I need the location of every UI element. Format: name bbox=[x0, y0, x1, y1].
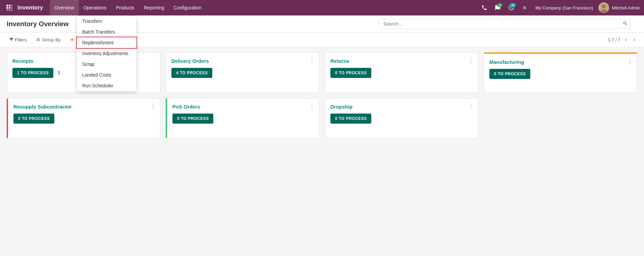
search-input[interactable] bbox=[379, 19, 631, 29]
dropdown-landed-costs[interactable]: Landed Costs bbox=[77, 70, 137, 80]
nav-overview[interactable]: Overview bbox=[50, 0, 79, 15]
clock-badge: 31 bbox=[510, 3, 516, 7]
dropdown-batch-transfers[interactable]: Batch Transfers bbox=[77, 27, 137, 37]
card-pos-orders: PoS Orders ⋮ 0 TO PROCESS bbox=[166, 98, 319, 138]
svg-rect-6 bbox=[6, 9, 8, 11]
card-returns-title: Returns bbox=[330, 58, 473, 64]
pagination-text: 1-7 / 7 bbox=[608, 37, 620, 42]
clock-icon[interactable]: 31 bbox=[506, 2, 517, 13]
svg-point-10 bbox=[602, 4, 606, 8]
top-navigation: Inventory Overview Operations Products R… bbox=[0, 0, 644, 15]
returns-process-button[interactable]: 0 TO PROCESS bbox=[330, 68, 371, 78]
card-dropship-title: Dropship bbox=[330, 104, 473, 110]
receipts-count: 1 bbox=[57, 70, 60, 75]
delivery-orders-process-button[interactable]: 4 TO PROCESS bbox=[171, 68, 212, 78]
dropdown-transfers[interactable]: Transfers bbox=[77, 16, 137, 27]
phone-icon[interactable] bbox=[479, 2, 490, 13]
pos-orders-process-button[interactable]: 0 TO PROCESS bbox=[172, 114, 213, 124]
manufacturing-menu-icon[interactable]: ⋮ bbox=[627, 58, 633, 65]
svg-rect-5 bbox=[11, 7, 12, 9]
manufacturing-process-button[interactable]: 0 TO PROCESS bbox=[489, 69, 530, 79]
delivery-orders-menu-icon[interactable]: ⋮ bbox=[309, 57, 315, 64]
dropship-process-button[interactable]: 0 TO PROCESS bbox=[330, 114, 371, 124]
dropdown-inventory-adjustments[interactable]: Inventory Adjustments bbox=[77, 48, 137, 59]
group-by-button[interactable]: Group By bbox=[34, 36, 62, 44]
nav-operations[interactable]: Operations bbox=[79, 0, 111, 15]
company-name: My Company (San Francisco) bbox=[535, 5, 593, 10]
card-resupply-subcontractor: Resupply Subcontractor ⋮ 0 TO PROCESS bbox=[7, 98, 160, 138]
svg-rect-0 bbox=[6, 5, 8, 6]
card-returns: Returns ⋮ 0 TO PROCESS bbox=[325, 52, 478, 93]
filters-label: Filters bbox=[15, 37, 26, 42]
dropdown-run-scheduler[interactable]: Run Scheduler bbox=[77, 80, 137, 91]
operations-dropdown: Transfers Batch Transfers Replenishment … bbox=[76, 15, 137, 91]
card-dropship: Dropship ⋮ 0 TO PROCESS bbox=[325, 98, 478, 138]
apps-grid-icon[interactable] bbox=[4, 2, 15, 13]
pos-orders-menu-icon[interactable]: ⋮ bbox=[309, 102, 315, 110]
main-nav-menu: Overview Operations Products Reporting C… bbox=[50, 0, 479, 15]
empty-cell bbox=[484, 98, 637, 138]
filters-button[interactable]: Filters bbox=[7, 36, 29, 44]
messages-badge: 4 bbox=[497, 3, 502, 7]
svg-rect-1 bbox=[9, 5, 10, 6]
nav-reporting[interactable]: Reporting bbox=[139, 0, 169, 15]
card-pos-title: PoS Orders bbox=[172, 104, 314, 110]
pagination: 1-7 / 7 ‹ › bbox=[608, 35, 637, 44]
search-icon[interactable] bbox=[623, 21, 628, 27]
prev-page-button[interactable]: ‹ bbox=[623, 35, 629, 44]
nav-configuration[interactable]: Configuration bbox=[169, 0, 206, 15]
search-area bbox=[379, 19, 631, 29]
card-manufacturing-title: Manufacturing bbox=[489, 59, 632, 65]
card-manufacturing: Manufacturing ⋮ 0 TO PROCESS bbox=[484, 52, 637, 93]
svg-rect-4 bbox=[9, 7, 10, 9]
dropdown-scrap[interactable]: Scrap bbox=[77, 59, 137, 70]
username[interactable]: Mitchell Admin bbox=[612, 5, 640, 10]
resupply-menu-icon[interactable]: ⋮ bbox=[150, 102, 156, 110]
group-by-label: Group By bbox=[42, 37, 60, 42]
card-delivery-title: Delivery Orders bbox=[171, 58, 314, 64]
receipts-process-button[interactable]: 1 TO PROCESS bbox=[12, 68, 53, 78]
search-input-wrapper bbox=[379, 19, 631, 29]
dropdown-replenishment[interactable]: Replenishment bbox=[77, 37, 137, 48]
dropship-menu-icon[interactable]: ⋮ bbox=[468, 102, 474, 110]
svg-rect-7 bbox=[9, 9, 10, 11]
card-delivery-orders: Delivery Orders ⋮ 4 TO PROCESS bbox=[166, 52, 319, 93]
svg-rect-2 bbox=[11, 5, 12, 6]
resupply-process-button[interactable]: 0 TO PROCESS bbox=[13, 114, 54, 124]
returns-menu-icon[interactable]: ⋮ bbox=[468, 57, 474, 64]
next-page-button[interactable]: › bbox=[632, 35, 637, 44]
card-resupply-title: Resupply Subcontractor bbox=[13, 104, 155, 110]
page-title: Inventory Overview bbox=[7, 20, 69, 28]
card-grid-row2: Resupply Subcontractor ⋮ 0 TO PROCESS Po… bbox=[7, 98, 637, 138]
nav-products[interactable]: Products bbox=[111, 0, 139, 15]
user-avatar[interactable] bbox=[598, 2, 609, 13]
svg-rect-3 bbox=[6, 7, 8, 9]
app-name: Inventory bbox=[17, 4, 43, 11]
svg-rect-8 bbox=[11, 9, 12, 11]
topnav-right-actions: 4 31 My Company (San Francisco) Mitchell… bbox=[479, 2, 640, 13]
close-icon[interactable] bbox=[519, 2, 530, 13]
messages-icon[interactable]: 4 bbox=[492, 2, 503, 13]
